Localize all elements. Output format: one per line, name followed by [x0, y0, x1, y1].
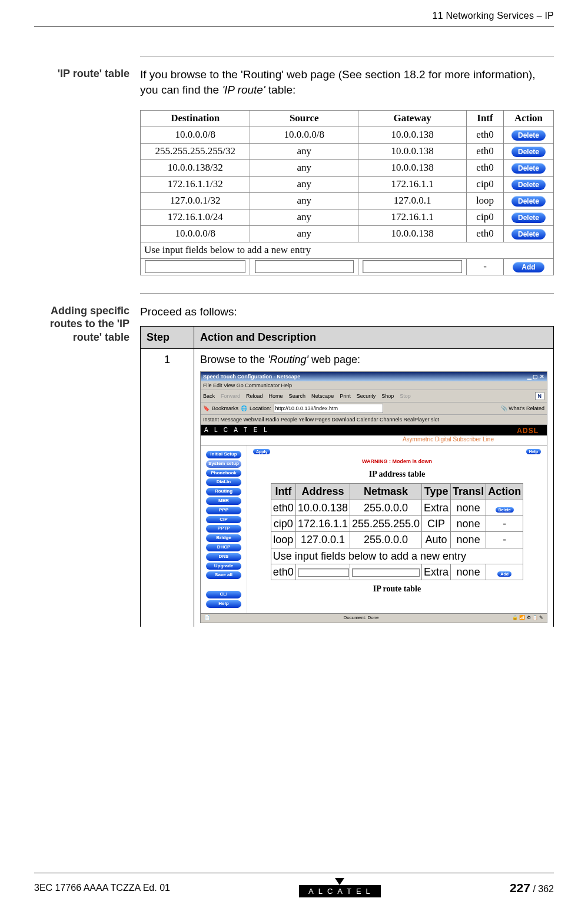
forward-button[interactable]: Forward: [221, 393, 240, 400]
c: none: [451, 532, 486, 548]
sidebar-item-ppp[interactable]: PPP: [206, 507, 241, 514]
cell-action: Delete: [504, 209, 554, 225]
col-source: Source: [250, 111, 358, 127]
cell-dest: 10.0.0.0/8: [141, 127, 250, 144]
sidebar-item-routing[interactable]: Routing: [206, 488, 241, 495]
add-button[interactable]: Add: [513, 262, 544, 272]
url-input[interactable]: [274, 404, 383, 413]
cell-dest: 172.16.1.0/24: [141, 209, 250, 225]
addr-input[interactable]: [298, 568, 349, 577]
page-number: 227 / 362: [510, 881, 554, 895]
delete-button[interactable]: Delete: [496, 507, 514, 513]
steps-table: Step Action and Description 1 Browse to …: [140, 326, 554, 626]
r1a: Browse to the: [200, 354, 268, 365]
shop-button[interactable]: Shop: [381, 393, 394, 400]
delete-button[interactable]: Delete: [511, 229, 546, 240]
sidebar-item-saveall[interactable]: Save all: [206, 571, 241, 579]
sidebar-item-mer[interactable]: MER: [206, 497, 241, 505]
bookmarks-icon[interactable]: 🔖: [203, 405, 210, 412]
section-rule-1: [140, 56, 554, 56]
src-input[interactable]: [255, 260, 354, 273]
delete-button[interactable]: Delete: [511, 179, 546, 190]
c: Extra: [422, 564, 451, 580]
cell-dest: 10.0.0.0/8: [141, 225, 250, 242]
delete-button[interactable]: Delete: [511, 147, 546, 157]
c: loop: [271, 532, 295, 548]
sidebar-item-system-setup[interactable]: System setup: [206, 460, 241, 468]
c: 10.0.0.138: [295, 500, 350, 515]
sidebar-item-pptp[interactable]: PPTP: [206, 525, 241, 533]
cell-dest: 255.255.255.255/32: [141, 144, 250, 160]
print-button[interactable]: Print: [340, 393, 351, 400]
c: 172.16.1.1: [295, 516, 350, 532]
sidebar-item-cip[interactable]: CIP: [206, 516, 241, 524]
search-button[interactable]: Search: [289, 393, 306, 400]
related-button[interactable]: 📎 What's Related: [501, 405, 544, 412]
page-total: 362: [538, 884, 554, 894]
home-button[interactable]: Home: [269, 393, 283, 400]
stop-button[interactable]: Stop: [400, 393, 411, 400]
sidebar-item-initial-setup[interactable]: Initial Setup: [206, 451, 241, 458]
delete-button[interactable]: Delete: [511, 212, 546, 223]
sidebar-item-bridge[interactable]: Bridge: [206, 534, 241, 542]
security-button[interactable]: Security: [357, 393, 376, 400]
cell-dest: 127.0.0.1/32: [141, 192, 250, 209]
netscape-button[interactable]: Netscape: [311, 393, 334, 400]
delete-button[interactable]: Delete: [511, 163, 546, 174]
main-pane: Apply Help WARNING : Modem is down IP ad…: [247, 445, 547, 613]
section-rule-2: [140, 293, 554, 294]
c[interactable]: [350, 564, 421, 580]
cell-action: Delete: [504, 177, 554, 193]
delete-button[interactable]: Delete: [511, 196, 546, 207]
c[interactable]: [295, 564, 350, 580]
mh-addr: Address: [295, 484, 350, 500]
dest-input[interactable]: [145, 260, 245, 273]
cell-src: any: [250, 209, 358, 225]
ip-address-table: IntfAddressNetmaskTypeTranslAction eth01…: [271, 483, 523, 580]
brand-bar: A L C A T E L: [201, 425, 547, 435]
sidebar-item-dialin[interactable]: Dial-in: [206, 478, 241, 486]
cell-action: Delete: [504, 160, 554, 177]
hint-row: Use input fields below to add a new entr…: [141, 242, 554, 258]
sidebar-item-dns[interactable]: DNS: [206, 553, 241, 561]
bookmarks-label: Bookmarks: [212, 405, 238, 412]
table-row: 10.0.0.0/810.0.0.0/810.0.0.138eth0Delete: [141, 127, 554, 144]
sidebar-item-help[interactable]: Help: [206, 600, 241, 608]
r1b: web page:: [308, 354, 360, 365]
section2-content: Proceed as follows: Step Action and Desc…: [140, 304, 554, 627]
sidebar-item-upgrade[interactable]: Upgrade: [206, 563, 241, 570]
c: CIP: [422, 516, 451, 532]
reload-button[interactable]: Reload: [246, 393, 263, 400]
alcatel-logo: ALCATEL: [299, 878, 381, 897]
hint-text: Use input fields below to add a new entr…: [141, 242, 554, 258]
back-button[interactable]: Back: [203, 393, 215, 400]
ip-address-table-title: IP address table: [253, 469, 541, 480]
sidebar-item-cli[interactable]: CLI: [206, 591, 241, 598]
add-button[interactable]: Add: [497, 571, 511, 577]
cell-gw: 10.0.0.138: [358, 127, 467, 144]
help-button[interactable]: Help: [526, 449, 541, 454]
location-icon: 🌐: [241, 405, 247, 412]
mask-input[interactable]: [352, 568, 420, 577]
c: eth0: [271, 500, 295, 515]
p1b: table:: [265, 84, 296, 96]
cell-action: Delete: [504, 144, 554, 160]
c[interactable]: eth0: [271, 564, 295, 580]
r1em: 'Routing': [268, 354, 308, 365]
page-body: Initial Setup System setup Phonebook Dia…: [201, 445, 547, 613]
sidebar-item-phonebook[interactable]: Phonebook: [206, 470, 241, 477]
table-row: 127.0.0.1/32any127.0.0.1loopDelete: [141, 192, 554, 209]
mh-mask: Netmask: [350, 484, 421, 500]
nav-toolbar: Back Forward Reload Home Search Netscape…: [201, 390, 547, 403]
gw-input[interactable]: [363, 260, 461, 273]
cell-src: any: [250, 160, 358, 177]
delete-button[interactable]: Delete: [511, 130, 546, 141]
sidebar-item-dhcp[interactable]: DHCP: [206, 544, 241, 551]
apply-button[interactable]: Apply: [253, 449, 270, 454]
netscape-logo-icon: N: [535, 392, 545, 400]
table-row: cip0172.16.1.1255.255.255.0CIPnone-: [271, 516, 523, 532]
table-row: 255.255.255.255/32any10.0.0.138eth0Delet…: [141, 144, 554, 160]
cell-src: any: [250, 225, 358, 242]
cell-action: Add: [504, 258, 554, 275]
cell-gw: 10.0.0.138: [358, 144, 467, 160]
